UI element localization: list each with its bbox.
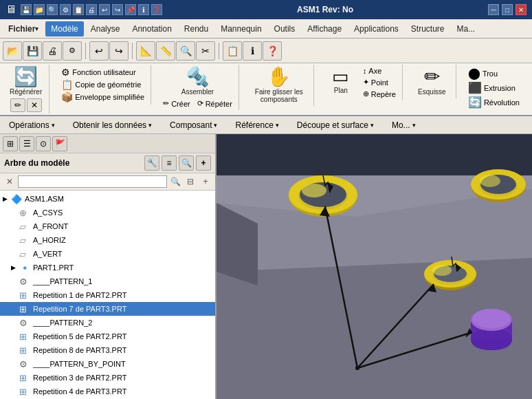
search-magnifier-icon[interactable]: 🔍 xyxy=(168,175,182,188)
sidebar-lines-icon[interactable]: ≡ xyxy=(162,155,177,171)
menu-item-structure[interactable]: Structure xyxy=(406,21,450,36)
toolbar-btn-2[interactable]: 💾 xyxy=(23,41,42,61)
search-add-icon[interactable]: + xyxy=(199,175,212,188)
sidebar-tb-grid[interactable]: ⊞ xyxy=(3,136,18,151)
menu-item-annotation[interactable]: Annotation xyxy=(126,21,177,36)
ops-item-obtenir[interactable]: Obtenir les données xyxy=(67,118,158,132)
sidebar-toolbar: ⊞ ☰ ⊙ 🚩 xyxy=(0,134,215,153)
sidebar-tb-flag[interactable]: 🚩 xyxy=(52,136,67,151)
toolbar-btn-12[interactable]: ℹ xyxy=(243,41,262,61)
toolbar-btn-10[interactable]: ✂ xyxy=(196,41,215,61)
tree-item-asm1[interactable]: ▶ 🔷 ASM1.ASM xyxy=(0,192,215,206)
toolbar-btn-9[interactable]: 🔍 xyxy=(176,41,195,61)
ops-item-decoupe[interactable]: Découpe et surface xyxy=(291,118,380,132)
tree-item-pattern1[interactable]: ⚙ ____PATTERN_1 xyxy=(0,274,215,288)
sub-btn-close[interactable]: ✕ xyxy=(27,98,42,112)
menu-item-modele[interactable]: Modèle xyxy=(45,21,83,36)
tree-item-a-csys[interactable]: ⊕ A_CSYS xyxy=(0,206,215,219)
toolbar-btn-8[interactable]: 📏 xyxy=(156,41,175,61)
tb-icon-4[interactable]: ⚙ xyxy=(60,4,71,15)
tb-icon-2[interactable]: 📁 xyxy=(34,4,45,15)
tree-item-rep5[interactable]: ⊞ Repetition 5 de PART2.PRT xyxy=(0,330,215,343)
ops-item-reference[interactable]: Référence xyxy=(229,118,285,132)
trou-label: Trou xyxy=(483,69,498,78)
sidebar-zoom-icon[interactable]: 🔍 xyxy=(179,155,194,171)
sidebar-add-icon[interactable]: + xyxy=(196,155,211,171)
maximize-btn[interactable]: □ xyxy=(502,4,513,15)
fonction-utilisateur-button[interactable]: ⚙ Fonction utilisateur xyxy=(59,66,137,78)
minimize-btn[interactable]: ─ xyxy=(488,4,499,15)
ops-item-mo[interactable]: Mo... xyxy=(386,118,422,132)
tree-icon-csys: ⊕ xyxy=(19,208,32,218)
tree-icon-rep5: ⊞ xyxy=(19,332,32,342)
viewport[interactable] xyxy=(217,134,532,399)
tb-icon-7[interactable]: ↩ xyxy=(99,4,110,15)
creer-button[interactable]: ✏ Créer xyxy=(161,98,192,109)
search-close-icon[interactable]: ✕ xyxy=(3,175,16,188)
toolbar-btn-13[interactable]: ❓ xyxy=(263,41,282,61)
tb-icon-5[interactable]: 📋 xyxy=(73,4,84,15)
sub-btn-edit[interactable]: ✏ xyxy=(10,98,25,112)
tree-area: ▶ 🔷 ASM1.ASM ⊕ A_CSYS ▱ A_FRONT xyxy=(0,191,215,399)
tb-icon-10[interactable]: ℹ xyxy=(138,4,149,15)
toolbar-btn-4[interactable]: ⚙ xyxy=(63,41,82,61)
sidebar-tb-dot[interactable]: ⊙ xyxy=(36,136,51,151)
menu-item-applications[interactable]: Applications xyxy=(348,21,404,36)
copie-geometrie-button[interactable]: 📋 Copie de géométrie xyxy=(59,78,143,91)
tree-item-rep4[interactable]: ⊞ Repetition 4 de PART3.PRT xyxy=(0,385,215,398)
tree-item-a-front[interactable]: ▱ A_FRONT xyxy=(0,219,215,233)
esquisse-button[interactable]: ✏ Esquisse xyxy=(414,66,449,97)
menu-item-fichier[interactable]: Fichier xyxy=(3,21,44,36)
toolbar-btn-7[interactable]: 📐 xyxy=(136,41,155,61)
tree-item-a-horiz[interactable]: ▱ A_HORIZ xyxy=(0,233,215,247)
ribbon-section-assembler: 🔩 Assembler ✏ Créer ⟳ Répéter xyxy=(157,65,239,110)
assembler-button[interactable]: 🔩 Assembler xyxy=(179,66,217,97)
extrusion-button[interactable]: ⬛ Extrusion xyxy=(466,80,518,95)
axe-button[interactable]: ↕ Axe xyxy=(361,66,398,76)
plan-button[interactable]: ▭ Plan xyxy=(324,66,358,99)
menu-item-analyse[interactable]: Analyse xyxy=(85,21,126,36)
faire-glisser-button[interactable]: ✋ Faire glisser les composants xyxy=(249,66,309,105)
tb-icon-9[interactable]: 📌 xyxy=(125,4,136,15)
tb-icon-8[interactable]: ↪ xyxy=(112,4,123,15)
ops-item-composant[interactable]: Composant xyxy=(164,118,223,132)
tree-item-pattern-by-point[interactable]: ⚙ ____PATTERN_BY_POINT xyxy=(0,357,215,371)
menu-item-mannequin[interactable]: Mannequin xyxy=(215,21,267,36)
close-btn[interactable]: ✕ xyxy=(516,4,527,15)
menu-item-outils[interactable]: Outils xyxy=(269,21,301,36)
regenerer-button[interactable]: 🔄 Régénérer xyxy=(7,66,45,97)
sidebar-wrench-icon[interactable]: 🔧 xyxy=(144,155,159,171)
toolbar-btn-1[interactable]: 📂 xyxy=(3,41,22,61)
toolbar-btn-11[interactable]: 📋 xyxy=(223,41,242,61)
search-input[interactable] xyxy=(18,175,167,188)
tree-item-rep1[interactable]: ⊞ Repetition 1 de PART2.PRT xyxy=(0,288,215,302)
menu-item-rendu[interactable]: Rendu xyxy=(179,21,214,36)
tree-label-asm1: ASM1.ASM xyxy=(25,195,64,203)
toolbar-btn-6[interactable]: ↪ xyxy=(109,41,129,61)
tree-item-rep3[interactable]: ⊞ Repetition 3 de PART2.PRT xyxy=(0,371,215,385)
tb-icon-11[interactable]: ❓ xyxy=(151,4,162,15)
tree-item-rep7[interactable]: ⊞ Repetition 7 de PART3.PRT xyxy=(0,302,215,316)
toolbar-btn-5[interactable]: ↩ xyxy=(89,41,109,61)
enveloppe-button[interactable]: 📦 Enveloppe simplifiée xyxy=(59,91,146,103)
repere-button[interactable]: ⊕ Repère xyxy=(361,89,398,99)
tree-item-rep8[interactable]: ⊞ Repetition 8 de PART3.PRT xyxy=(0,343,215,357)
ops-item-operations[interactable]: Opérations xyxy=(3,118,61,132)
point-button[interactable]: ✦ Point xyxy=(361,77,398,87)
tree-item-part1[interactable]: ▶ 🔹 PART1.PRT xyxy=(0,261,215,274)
trou-button[interactable]: ⬤ Trou xyxy=(466,66,500,80)
sidebar-tb-list[interactable]: ☰ xyxy=(19,136,34,151)
revolution-button[interactable]: 🔄 Révolution xyxy=(466,95,522,109)
tb-icon-3[interactable]: 🔍 xyxy=(47,4,58,15)
toolbar-btn-3[interactable]: 🖨 xyxy=(43,41,62,61)
tb-icon-6[interactable]: 🖨 xyxy=(86,4,97,15)
repeter-button[interactable]: ⟳ Répéter xyxy=(195,98,234,109)
tb-icon-1[interactable]: 💾 xyxy=(21,4,32,15)
menu-item-ma[interactable]: Ma... xyxy=(452,21,481,36)
toolbar-row: 📂 💾 🖨 ⚙ ↩ ↪ 📐 📏 🔍 ✂ 📋 ℹ ❓ xyxy=(0,39,532,63)
menu-item-affichage[interactable]: Affichage xyxy=(302,21,347,36)
sidebar-title-label: Arbre du modèle xyxy=(4,158,69,168)
search-filter-icon[interactable]: ⊟ xyxy=(184,175,197,188)
tree-item-a-vert[interactable]: ▱ A_VERT xyxy=(0,247,215,261)
tree-item-pattern2[interactable]: ⚙ ____PATTERN_2 xyxy=(0,316,215,330)
